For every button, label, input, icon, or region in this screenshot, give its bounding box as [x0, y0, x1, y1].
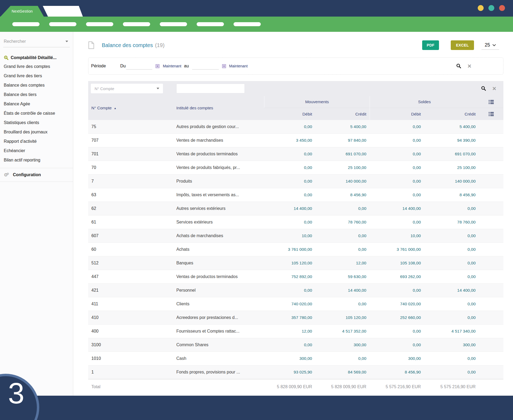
table-row[interactable]: 61Services extérieurs0,0078 760,000,0078…	[88, 215, 503, 229]
nav-pill[interactable]	[49, 22, 76, 26]
account-label: Banques	[176, 261, 264, 265]
table-filter-row: N° Compte ✕	[88, 81, 503, 96]
close-icon: ✕	[492, 86, 496, 91]
table-row[interactable]: 411Clients740 020,000,00740 020,000,00	[88, 297, 503, 311]
date-from-input[interactable]	[126, 63, 152, 70]
table-row[interactable]: 707Ventes de marchandises3 450,0097 840,…	[88, 134, 503, 147]
account-label: Impôts, taxes et versements as...	[176, 192, 264, 197]
sort-asc-icon: ▲	[114, 107, 116, 110]
search-placeholder: Rechercher	[4, 39, 26, 44]
window-dot-teal[interactable]	[488, 5, 494, 11]
account-number: 3100	[88, 342, 176, 347]
table-row[interactable]: 512Banques105 120,0012,00105 108,000,00	[88, 256, 503, 270]
divider	[0, 182, 73, 182]
date-to-input[interactable]	[192, 63, 219, 70]
nav-pill[interactable]	[123, 22, 150, 26]
table-row[interactable]: 7Produits0,00140 000,000,00140 000,00	[88, 175, 503, 188]
column-header-label-text: Intitulé des comptes	[176, 106, 213, 110]
nav-pill[interactable]	[12, 22, 40, 26]
calendar-icon[interactable]	[156, 64, 160, 68]
group-header-soldes: Soldes	[370, 96, 479, 108]
now-link-to[interactable]: Maintenant	[229, 64, 248, 68]
main-content: Balance des comptes (19) PDF EXCEL 25 Pé…	[73, 32, 513, 396]
column-header-mvt-debit[interactable]: Débit	[264, 108, 315, 120]
period-clear-button[interactable]: ✕	[467, 64, 472, 69]
window-dot-yellow[interactable]	[478, 5, 484, 11]
account-number: 1	[88, 370, 176, 375]
sidebar-item[interactable]: Statistiques clients	[3, 118, 70, 127]
sidebar-section-comptabilite[interactable]: Comptabilité Détaillé...	[4, 55, 70, 60]
table-row[interactable]: 3100Common Shares0,00300,000,00300,00	[88, 338, 503, 352]
mvt-debit-label: Débit	[302, 112, 312, 117]
table-row[interactable]: 607Achats de marchandises10,000,0010,000…	[88, 229, 503, 243]
table-row[interactable]: 62Autres services extérieurs14 400,000,0…	[88, 202, 503, 215]
account-label: Autres produits de gestion cour...	[176, 124, 264, 129]
column-header-mvt-credit[interactable]: Crédit	[315, 108, 370, 120]
table-row[interactable]: 1010Cash300,000,00300,000,00	[88, 352, 503, 365]
nav-pill[interactable]	[86, 22, 113, 26]
sidebar-item[interactable]: Echéancier	[3, 146, 70, 155]
search-input[interactable]: Rechercher	[3, 36, 70, 47]
table-row[interactable]: 410Acreedores por prestaciones d...357 7…	[88, 311, 503, 325]
amount-solde-credit: 5 400,00	[424, 124, 479, 129]
table-row[interactable]: 70Ventes de produits fabriqués, pr...0,0…	[88, 161, 503, 175]
nav-pill[interactable]	[197, 22, 224, 26]
amount-solde-debit: 0,00	[370, 329, 424, 334]
amount-mvt-credit: 105 120,00	[315, 315, 370, 320]
amount-mvt-debit: 0,00	[264, 192, 315, 197]
sidebar-item[interactable]: Balance des comptes	[3, 80, 70, 90]
from-label: Du	[120, 64, 126, 68]
total-value: 5 575 216,90 EUR	[370, 384, 424, 389]
column-header-solde-debit[interactable]: Débit	[370, 108, 424, 120]
brand-tab[interactable]: NextGestion	[1, 6, 44, 17]
amount-solde-credit: 0,00	[424, 370, 479, 375]
account-filter-select[interactable]: N° Compte	[91, 84, 163, 93]
table-row[interactable]: 421Personnel0,0014 400,000,0014 400,00	[88, 284, 503, 297]
column-header-solde-credit[interactable]: Crédit	[424, 108, 479, 120]
table-row[interactable]: 400Fournisseurs et Comptes rattac...12,0…	[88, 325, 503, 338]
sidebar-item[interactable]: Grand livre des tiers	[3, 71, 70, 80]
sidebar-item[interactable]: Balance Agée	[3, 99, 70, 109]
column-settings-button[interactable]	[479, 108, 503, 120]
mvt-credit-label: Crédit	[355, 112, 366, 117]
sidebar-item[interactable]: Grand livre des comptes	[3, 62, 70, 71]
label-filter-input[interactable]	[176, 84, 245, 93]
sidebar-item-configuration[interactable]: ⚙⚙ Configuration	[3, 168, 70, 182]
amount-solde-debit: 0,00	[370, 342, 424, 347]
table-row[interactable]: 60Achats3 761 000,000,003 761 000,000,00	[88, 243, 503, 256]
now-link-from[interactable]: Maintenant	[163, 64, 181, 68]
amount-solde-credit: 0,00	[424, 261, 479, 265]
amount-mvt-credit: 12,00	[315, 261, 370, 265]
period-search-button[interactable]	[456, 63, 461, 69]
nav-pill[interactable]	[234, 22, 261, 26]
table-row[interactable]: 447Ventas de productos terminados752 892…	[88, 270, 503, 284]
table-row[interactable]: 75Autres produits de gestion cour...0,00…	[88, 120, 503, 134]
accounts-table: N° Compte ✕	[88, 81, 503, 394]
account-number: 60	[88, 247, 176, 252]
table-clear-button[interactable]: ✕	[492, 86, 496, 91]
calendar-icon[interactable]	[222, 64, 226, 68]
window-dot-red[interactable]	[499, 5, 505, 11]
excel-button[interactable]: EXCEL	[451, 40, 474, 50]
table-row[interactable]: 63Impôts, taxes et versements as...0,008…	[88, 188, 503, 202]
table-row[interactable]: 701Ventas de productos terminados0,00691…	[88, 147, 503, 161]
table-search-button[interactable]	[481, 86, 486, 91]
sidebar-item[interactable]: Bilan actif reporting	[3, 155, 70, 165]
table-row[interactable]: 1Fonds propres, provisions pour ...93 02…	[88, 365, 503, 379]
amount-mvt-debit: 0,00	[264, 152, 315, 156]
account-number: 70	[88, 165, 176, 170]
sidebar-item[interactable]: Brouillard des journaux	[3, 127, 70, 137]
account-label: Personnel	[176, 288, 264, 293]
sidebar-item[interactable]: Rapport d'activité	[3, 137, 70, 146]
amount-solde-debit: 10,00	[370, 233, 424, 238]
amount-solde-debit: 0,00	[370, 165, 424, 170]
column-settings-button[interactable]	[479, 96, 503, 108]
nav-pill[interactable]	[160, 22, 187, 26]
sidebar-item[interactable]: États de contrôle de caisse	[3, 109, 70, 118]
column-header-label[interactable]: Intitulé des comptes	[176, 96, 264, 120]
pdf-button[interactable]: PDF	[422, 40, 439, 50]
sidebar-item[interactable]: Balance des tiers	[3, 90, 70, 99]
amount-mvt-credit: 97 840,00	[315, 138, 370, 143]
column-header-account[interactable]: N° Compte ▲	[88, 96, 176, 120]
page-size-select[interactable]: 25	[481, 41, 499, 50]
